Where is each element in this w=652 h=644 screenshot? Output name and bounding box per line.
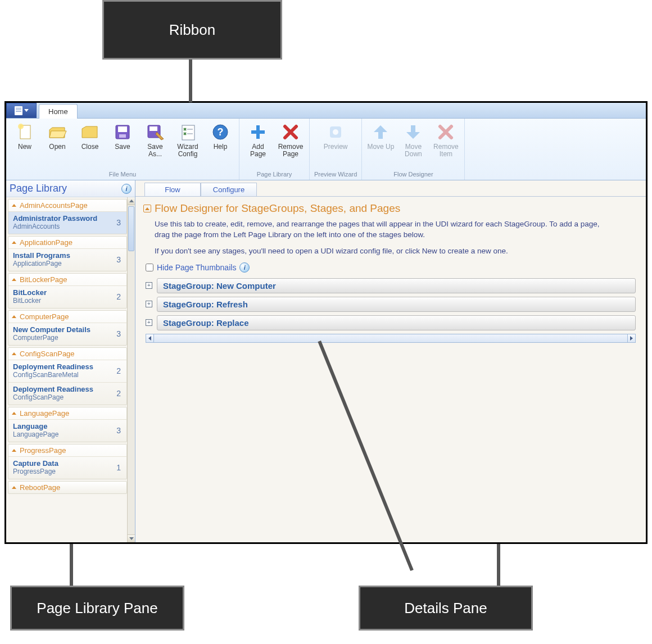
vertical-scrollbar[interactable] <box>127 197 135 542</box>
info-icon[interactable]: i <box>239 262 250 273</box>
pagelib-item[interactable]: Deployment ReadinessConfigScanBareMetal2 <box>8 360 126 382</box>
pagelib-item-title: Capture Data <box>13 459 58 468</box>
scroll-right-button[interactable] <box>627 334 635 342</box>
arrow-left-icon <box>148 336 151 341</box>
document-icon <box>15 106 22 115</box>
pagelib-item[interactable]: BitLockerBitLocker2 <box>8 285 126 308</box>
svg-text:?: ? <box>218 126 224 138</box>
app-menu-button[interactable] <box>6 103 37 118</box>
svg-rect-5 <box>119 134 126 138</box>
page-library-pane: Page Library i AdminAccountsPageAdminist… <box>6 180 135 542</box>
save-as-button[interactable]: Save As... <box>141 122 169 171</box>
remove-item-button[interactable]: Remove Item <box>432 122 460 171</box>
wizard-config-button[interactable]: Wizard Config <box>174 122 202 171</box>
button-label: Add Page <box>244 143 272 158</box>
wizard-config-icon <box>178 122 198 142</box>
save-button[interactable]: Save <box>108 122 137 171</box>
open-folder-icon <box>47 122 67 142</box>
close-folder-icon <box>80 122 100 142</box>
arrow-down-icon <box>403 122 423 142</box>
chevron-up-icon <box>11 239 17 246</box>
pagelib-item[interactable]: New Computer DetailsComputerPage3 <box>8 323 126 345</box>
stagegroup-list: +StageGroup: New Computer+StageGroup: Re… <box>143 278 638 330</box>
pagelib-category: RebootPage <box>8 481 127 494</box>
hide-thumbnails-label: Hide Page Thumbnails <box>157 263 236 272</box>
pagelib-category-name: ComputerPage <box>20 312 69 321</box>
save-as-icon <box>145 122 165 142</box>
pagelib-category: ProgressPageCapture DataProgressPage1 <box>8 444 127 479</box>
pagelib-category-header[interactable]: ComputerPage <box>8 311 126 323</box>
new-button[interactable]: New <box>11 122 39 171</box>
hide-thumbnails-row: Hide Page Thumbnails i <box>146 262 638 273</box>
move-down-button[interactable]: Move Down <box>399 122 427 171</box>
hide-thumbnails-checkbox[interactable] <box>146 264 153 271</box>
button-label: New <box>18 143 31 151</box>
add-page-button[interactable]: Add Page <box>244 122 272 171</box>
pagelib-category-header[interactable]: ApplicationPage <box>8 237 126 248</box>
tab-flow[interactable]: Flow <box>144 183 201 197</box>
ribbon: New Open Close <box>6 119 646 180</box>
move-up-button[interactable]: Move Up <box>366 122 395 171</box>
chevron-down-icon <box>24 109 29 112</box>
expand-button[interactable]: + <box>146 282 152 289</box>
chevron-up-icon <box>11 447 17 454</box>
pagelib-category-header[interactable]: RebootPage <box>8 482 126 493</box>
chevron-up-icon <box>11 410 17 417</box>
expand-button[interactable]: + <box>146 301 152 307</box>
pagelib-category-header[interactable]: ProgressPage <box>8 445 126 456</box>
horizontal-scrollbar[interactable] <box>146 334 636 343</box>
tab-configure[interactable]: Configure <box>201 183 257 197</box>
pagelib-category-header[interactable]: AdminAccountsPage <box>8 199 126 211</box>
close-button[interactable]: Close <box>76 122 104 171</box>
pagelib-item-titles: Deployment ReadinessConfigScanBareMetal <box>13 362 93 379</box>
stagegroup-bar[interactable]: StageGroup: New Computer <box>157 278 636 293</box>
page-library-list: AdminAccountsPageAdministrator PasswordA… <box>6 197 135 542</box>
pagelib-category-header[interactable]: BitLockerPage <box>8 274 126 285</box>
scroll-left-button[interactable] <box>146 334 154 342</box>
pagelib-category-name: BitLockerPage <box>20 275 67 284</box>
pagelib-item-count: 2 <box>116 366 123 375</box>
pagelib-item-title: BitLocker <box>13 288 47 297</box>
chevron-up-icon[interactable] <box>143 205 151 212</box>
pagelib-item[interactable]: Capture DataProgressPage1 <box>8 456 126 479</box>
pagelib-item[interactable]: LanguageLanguagePage3 <box>8 419 126 442</box>
pagelib-item-title: Deployment Readiness <box>13 362 93 371</box>
info-icon[interactable]: i <box>121 184 132 194</box>
pagelib-item-titles: Capture DataProgressPage <box>13 459 58 475</box>
button-label: Move Up <box>367 143 394 151</box>
pagelib-item[interactable]: Administrator PasswordAdminAccounts3 <box>8 211 126 234</box>
scroll-up-button[interactable] <box>128 197 135 205</box>
ribbon-tab-home[interactable]: Home <box>39 104 78 119</box>
button-label: Preview <box>324 143 348 151</box>
stagegroup-bar[interactable]: StageGroup: Refresh <box>157 297 636 312</box>
add-icon <box>248 122 268 142</box>
button-label: Wizard Config <box>174 143 202 158</box>
callout-connector <box>497 544 500 586</box>
open-button[interactable]: Open <box>43 122 71 171</box>
details-pane: Flow Configure Flow Designer for StageGr… <box>135 180 646 542</box>
ribbon-group-preview: Preview Preview Wizard <box>310 119 362 180</box>
expand-button[interactable]: + <box>146 319 152 326</box>
button-label: Save As... <box>141 143 169 158</box>
scrollbar-thumb[interactable] <box>128 206 134 251</box>
scroll-down-button[interactable] <box>128 534 135 542</box>
help-button[interactable]: ? Help <box>206 122 234 171</box>
stagegroup-row: +StageGroup: New Computer <box>146 278 636 293</box>
pagelib-category: AdminAccountsPageAdministrator PasswordA… <box>8 199 127 234</box>
remove-page-button[interactable]: Remove Page <box>277 122 305 171</box>
pagelib-item-subtitle: ConfigScanBareMetal <box>13 371 93 379</box>
preview-button[interactable]: Preview <box>322 122 350 171</box>
ribbon-tabstrip: Home <box>6 103 646 119</box>
page-library-title: Page Library <box>10 183 67 194</box>
pagelib-item[interactable]: Deployment ReadinessConfigScanPage2 <box>8 382 126 405</box>
callout-pagelib-label: Page Library Pane <box>37 600 157 617</box>
ribbon-group-label: File Menu <box>11 171 234 179</box>
save-icon <box>112 122 133 142</box>
stagegroup-bar[interactable]: StageGroup: Replace <box>157 315 636 330</box>
pagelib-category-header[interactable]: LanguagePage <box>8 407 126 419</box>
pagelib-item-subtitle: ApplicationPage <box>13 260 70 267</box>
button-label: Remove Page <box>277 143 305 158</box>
pagelib-category: BitLockerPageBitLockerBitLocker2 <box>8 273 127 309</box>
pagelib-item[interactable]: Install ProgramsApplicationPage3 <box>8 248 126 271</box>
pagelib-category-header[interactable]: ConfigScanPage <box>8 348 126 360</box>
